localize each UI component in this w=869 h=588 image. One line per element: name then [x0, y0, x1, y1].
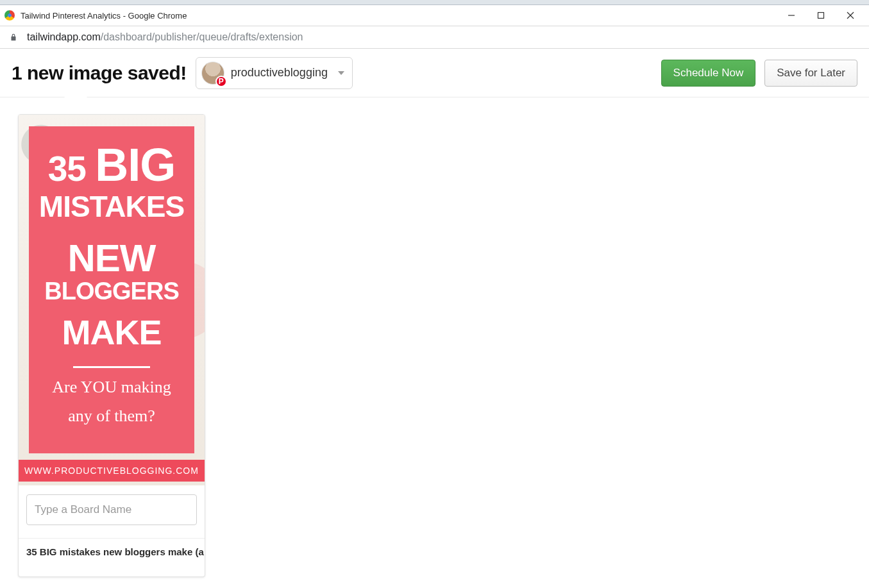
pinterest-icon: P: [215, 76, 227, 87]
pin-subtext-1: Are YOU making: [52, 377, 171, 397]
board-name-input[interactable]: [26, 494, 197, 525]
board-input-wrap: [19, 485, 205, 539]
chevron-down-icon: [338, 71, 344, 75]
window-maximize-button[interactable]: [806, 5, 836, 26]
save-for-later-button[interactable]: Save for Later: [764, 60, 857, 87]
pin-image[interactable]: 35 BIG MISTAKES NEW BLOGGERS MAKE Are YO…: [19, 115, 205, 485]
window-title: Tailwind Pinterest Analytics - Google Ch…: [21, 11, 777, 21]
pin-caption[interactable]: 35 BIG mistakes new bloggers make (a: [19, 539, 205, 576]
address-bar[interactable]: tailwindapp.com/dashboard/publisher/queu…: [0, 26, 869, 49]
avatar-wrap: P: [201, 62, 224, 85]
lock-icon: [9, 33, 18, 42]
content-scroll-area[interactable]: 35 BIG MISTAKES NEW BLOGGERS MAKE Are YO…: [0, 97, 869, 588]
pin-text-mistakes: MISTAKES: [39, 192, 184, 221]
account-selector[interactable]: P productiveblogging: [196, 57, 353, 89]
window-minimize-button[interactable]: [777, 5, 806, 26]
pin-text-make: MAKE: [62, 315, 162, 349]
page-title: 1 new image saved!: [12, 62, 187, 84]
window-close-button[interactable]: [836, 5, 865, 26]
pin-text-35: 35: [48, 149, 95, 189]
pin-image-panel: 35 BIG MISTAKES NEW BLOGGERS MAKE Are YO…: [29, 126, 194, 453]
url-path: /dashboard/publisher/queue/drafts/extens…: [101, 31, 303, 43]
pin-subtext-2: any of them?: [68, 406, 155, 426]
pin-text-new: NEW: [68, 239, 156, 278]
chrome-icon: [4, 10, 15, 21]
browser-tab-strip: [0, 0, 869, 5]
pin-text-big: BIG: [95, 139, 175, 190]
url-host: tailwindapp.com: [27, 31, 101, 43]
schedule-now-button[interactable]: Schedule Now: [661, 60, 756, 87]
window-title-bar: Tailwind Pinterest Analytics - Google Ch…: [0, 5, 869, 26]
pin-url-strap: WWW.PRODUCTIVEBLOGGING.COM: [19, 460, 205, 482]
svg-rect-1: [818, 13, 824, 19]
app-header: 1 new image saved! P productiveblogging …: [0, 49, 869, 97]
pin-text-bloggers: BLOGGERS: [44, 279, 178, 303]
pin-card: 35 BIG MISTAKES NEW BLOGGERS MAKE Are YO…: [18, 114, 205, 577]
pin-divider: [73, 366, 150, 368]
account-name: productiveblogging: [231, 66, 328, 80]
